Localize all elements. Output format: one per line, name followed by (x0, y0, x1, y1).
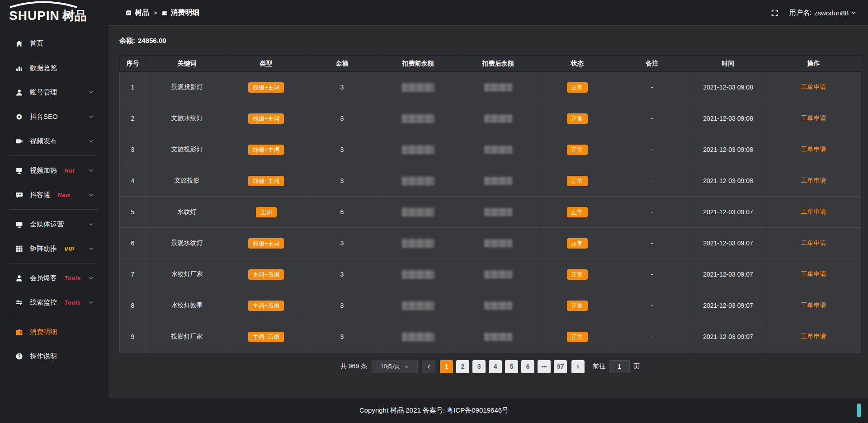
cell-index: 8 (120, 290, 146, 321)
cell-type: 主词 (228, 197, 304, 228)
member-icon (15, 274, 23, 282)
cell-action: 工单申请 (766, 290, 861, 321)
cell-keyword: 水纹灯厂家 (146, 259, 228, 290)
cell-type: 前缀+主词 (228, 103, 304, 134)
table-row: 5水纹灯主词6正常-2021-12-03 09:07工单申请 (120, 197, 861, 228)
next-page-button[interactable] (571, 360, 585, 373)
cell-action: 工单申请 (766, 197, 861, 228)
cell-balance-after (456, 165, 540, 197)
sidebar-item-label: 线索监控 (30, 298, 57, 307)
screen-icon (15, 167, 23, 174)
chevron-down-icon (89, 90, 94, 95)
table-row: 3文旅投影灯前缀+主词3正常-2021-12-03 09:08工单申请 (120, 134, 861, 165)
sidebar-divider (9, 209, 98, 210)
type-badge: 主词+后缀 (248, 301, 284, 311)
sidebar-item-consume-detail[interactable]: 消费明细 (0, 320, 108, 344)
sidebar-item-douketong[interactable]: 抖客通New (0, 183, 108, 207)
ticket-request-link[interactable]: 工单申请 (801, 83, 826, 90)
cell-type: 主词+后缀 (228, 290, 304, 321)
cell-type: 前缀+主词 (228, 165, 304, 197)
chevron-down-icon (851, 10, 856, 15)
user-menu[interactable]: 用户名: zswodun88 (789, 9, 856, 17)
sidebar-item-operation-guide[interactable]: ?操作说明 (0, 344, 108, 368)
cell-status: 正常 (540, 197, 614, 228)
sidebar-item-douyin-seo[interactable]: 抖音SEO (0, 104, 108, 129)
cell-index: 6 (120, 228, 146, 259)
sidebar-item-label: 数据总览 (30, 64, 57, 72)
page-number-button[interactable]: 5 (505, 360, 518, 373)
page-size-select[interactable]: 10条/页 (372, 360, 418, 373)
column-header: 时间 (690, 56, 766, 72)
cell-action: 工单申请 (766, 259, 861, 290)
page-ellipsis-button[interactable]: ••• (538, 360, 551, 373)
breadcrumb-item-home[interactable]: 树品 (126, 8, 149, 18)
sidebar-item-video-publish[interactable]: 视频发布 (0, 129, 108, 153)
cell-status: 正常 (540, 72, 614, 103)
table-row: 6景观水纹灯前缀+主词3正常-2021-12-03 09:07工单申请 (120, 228, 861, 259)
ticket-request-link[interactable]: 工单申请 (801, 239, 826, 246)
sidebar-item-lead-monitor[interactable]: 线索监控Tools (0, 290, 108, 315)
fullscreen-icon[interactable] (771, 9, 778, 17)
logo-text-cn: 树品 (62, 10, 87, 26)
masked-balance-before (402, 332, 434, 341)
cell-keyword: 景观投影灯 (146, 72, 228, 103)
app-logo[interactable]: SHUPIN 树品 (0, 0, 108, 26)
cell-balance-after (456, 321, 540, 352)
sidebar-item-data-overview[interactable]: 数据总览 (0, 56, 108, 80)
sidebar-item-home[interactable]: 首页 (0, 31, 108, 56)
consume-table: 序号关键词类型金额扣费前余额扣费后余额状态备注时间操作 1景观投影灯前缀+主词3… (119, 55, 861, 352)
page-number-button[interactable]: 1 (440, 360, 453, 373)
sliders-icon (15, 299, 23, 306)
cell-keyword: 投影灯厂家 (146, 321, 228, 352)
question-icon: ? (15, 352, 23, 360)
masked-balance-before (402, 301, 434, 310)
goto-page-input[interactable] (609, 360, 630, 373)
cell-type: 主词+后缀 (228, 259, 304, 290)
page-number-button[interactable]: 3 (472, 360, 486, 373)
cell-balance-before (380, 134, 456, 165)
ticket-request-link[interactable]: 工单申请 (801, 333, 826, 340)
cell-balance-after (456, 134, 540, 165)
page-number-button[interactable]: 2 (456, 360, 469, 373)
username: zswodun88 (814, 9, 849, 17)
sidebar-item-account-management[interactable]: 账号管理 (0, 80, 108, 104)
sidebar-item-member-burst[interactable]: 会员爆客Tools (0, 266, 108, 290)
ticket-request-link[interactable]: 工单申请 (801, 208, 826, 215)
sidebar-item-matrix-boost[interactable]: 矩阵助推VIP (0, 236, 108, 261)
wallet-icon (162, 10, 168, 16)
sidebar-item-video-heat[interactable]: 视频加热Hot (0, 158, 108, 183)
cell-type: 前缀+主词 (228, 134, 304, 165)
ticket-request-link[interactable]: 工单申请 (801, 146, 826, 153)
column-header: 操作 (766, 56, 861, 72)
ticket-request-link[interactable]: 工单申请 (801, 114, 826, 122)
cell-balance-after (456, 290, 540, 321)
cell-action: 工单申请 (766, 228, 861, 259)
page-number-button[interactable]: 4 (489, 360, 502, 373)
chevron-down-icon (89, 246, 94, 251)
page-number-button[interactable]: 97 (554, 360, 567, 373)
side-widget[interactable] (857, 404, 861, 417)
column-header: 扣费后余额 (456, 56, 540, 72)
sidebar-item-tag: Tools (64, 275, 81, 282)
column-header: 类型 (228, 56, 304, 72)
masked-balance-before (402, 239, 434, 248)
status-badge: 正常 (567, 145, 588, 155)
sidebar-item-omni-media[interactable]: 全媒体运营 (0, 212, 108, 236)
logo-arc (7, 1, 80, 8)
cell-status: 正常 (540, 103, 614, 134)
cell-action: 工单申请 (766, 72, 861, 103)
cell-amount: 6 (304, 197, 380, 228)
masked-balance-before (402, 145, 434, 154)
goto-label: 前往 (593, 362, 605, 371)
page-number-button[interactable]: 6 (521, 360, 534, 373)
type-badge: 前缀+主词 (248, 113, 284, 124)
cell-status: 正常 (540, 228, 614, 259)
cell-index: 5 (120, 197, 146, 228)
cell-time: 2021-12-03 09:07 (690, 259, 766, 290)
ticket-request-link[interactable]: 工单申请 (801, 177, 826, 184)
breadcrumb-item-current[interactable]: 消费明细 (162, 8, 200, 18)
column-header: 金额 (304, 56, 380, 72)
ticket-request-link[interactable]: 工单申请 (801, 270, 826, 277)
ticket-request-link[interactable]: 工单申请 (801, 301, 826, 309)
prev-page-button[interactable] (422, 360, 435, 373)
